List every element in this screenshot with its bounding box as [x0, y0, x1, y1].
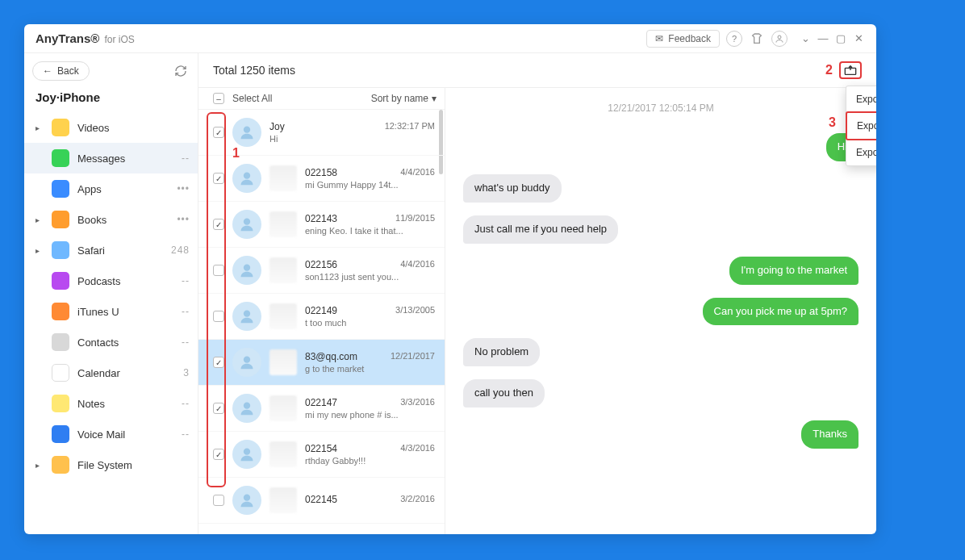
conversation-list: – Select All Sort by name ▾ Joy12:32:17 … [198, 88, 445, 534]
redacted-block [269, 487, 297, 513]
conversation-row[interactable]: 0221584/4/2016mi Gummy Happy 14t... [198, 156, 445, 202]
app-icon [52, 303, 69, 320]
conversation-date: 4/4/2016 [400, 167, 435, 178]
conversation-row[interactable]: 0221473/3/2016mi my new phone # is... [198, 386, 445, 432]
conversation-checkbox[interactable] [213, 311, 224, 322]
avatar-icon [232, 164, 261, 193]
conversation-checkbox[interactable] [213, 265, 224, 276]
sidebar-item-badge: ••• [177, 214, 190, 225]
sidebar-item-podcasts[interactable]: Podcasts-- [24, 265, 198, 296]
app-icon [52, 180, 69, 198]
avatar-icon [232, 394, 261, 423]
conversation-name: 022156 [305, 259, 337, 270]
conversation-checkbox[interactable] [213, 495, 224, 506]
message-incoming: No problem [463, 338, 540, 366]
sidebar-item-messages[interactable]: Messages-- [24, 143, 198, 173]
conversation-row[interactable]: 0221544/3/2016rthday Gabby!!! [198, 432, 445, 478]
sidebar-item-badge: 248 [171, 244, 190, 256]
conversation-scroll[interactable]: Joy12:32:17 PMHi0221584/4/2016mi Gummy H… [198, 110, 445, 534]
app-icon [52, 119, 69, 136]
avatar-icon [232, 256, 261, 285]
message-incoming: Just call me if you need help [463, 215, 618, 244]
sidebar-item-voice-mail[interactable]: Voice Mail-- [24, 419, 198, 449]
caret-icon: ▸ [36, 215, 44, 224]
conversation-checkbox[interactable] [213, 357, 224, 368]
redacted-block [269, 349, 297, 375]
sidebar: ← Back Joy·iPhone ▸VideosMessages--Apps•… [24, 53, 198, 534]
avatar-icon [232, 118, 261, 147]
dropdown-icon[interactable]: ⌄ [799, 32, 812, 45]
account-icon[interactable] [771, 31, 787, 47]
sidebar-item-videos[interactable]: ▸Videos [24, 112, 198, 143]
theme-icon[interactable] [749, 31, 765, 47]
message-outgoing: I'm going to the market [729, 257, 858, 285]
conversation-date: 4/4/2016 [400, 259, 435, 270]
conversation-row[interactable]: Joy12:32:17 PMHi [198, 110, 445, 156]
message-incoming: what's up buddy [463, 174, 562, 203]
help-icon[interactable]: ? [726, 31, 742, 47]
conversation-row[interactable]: 0221453/2/2016 [198, 478, 445, 524]
sidebar-item-badge: -- [182, 153, 190, 164]
avatar-icon [232, 486, 261, 515]
export-menu-item[interactable]: Export as .pdf format [846, 140, 876, 165]
message-row: Just call me if you need help [463, 215, 858, 244]
sidebar-item-badge: 3 [183, 367, 190, 378]
back-button[interactable]: ← Back [32, 61, 90, 81]
sidebar-item-calendar[interactable]: Calendar3 [24, 357, 198, 388]
message-row: call you then [463, 379, 858, 407]
svg-point-7 [244, 357, 250, 363]
sidebar-item-label: Messages [77, 153, 173, 165]
select-all-checkbox[interactable]: – [213, 93, 224, 104]
sidebar-item-itunes-u[interactable]: iTunes U-- [24, 296, 198, 327]
conversation-checkbox[interactable] [213, 173, 224, 184]
sidebar-item-books[interactable]: ▸Books••• [24, 204, 198, 235]
export-menu: 3 Export as .txt formatExport as .html f… [846, 86, 876, 166]
caret-icon: ▸ [36, 246, 44, 255]
conversation-row[interactable]: 02214311/9/2015ening Keo. I take it that… [198, 202, 445, 248]
back-label: Back [57, 65, 79, 77]
sidebar-item-safari[interactable]: ▸Safari248 [24, 235, 198, 265]
svg-point-8 [244, 403, 250, 409]
app-icon [52, 272, 69, 290]
redacted-block [269, 165, 297, 191]
annotation-2: 2 [825, 63, 833, 77]
sort-dropdown[interactable]: Sort by name ▾ [371, 93, 437, 104]
conversation-row[interactable]: 0221493/13/2005t too much [198, 294, 445, 340]
sidebar-item-notes[interactable]: Notes-- [24, 388, 198, 419]
app-icon [52, 211, 69, 228]
conversation-checkbox[interactable] [213, 127, 224, 138]
main-panel: Total 1250 items 2 – Select All [198, 53, 876, 534]
device-name: Joy·iPhone [24, 87, 198, 112]
feedback-button[interactable]: ✉ Feedback [646, 30, 720, 48]
export-menu-item[interactable]: Export as .txt format [846, 86, 876, 112]
message-row: Thanks [463, 420, 858, 449]
conversation-list-header: – Select All Sort by name ▾ [198, 88, 445, 110]
sidebar-item-label: Contacts [77, 336, 173, 349]
conversation-row[interactable]: 0221564/4/2016son1123 just sent you... [198, 248, 445, 294]
chevron-down-icon: ▾ [432, 93, 437, 104]
conversation-date: 4/3/2016 [400, 443, 435, 454]
export-menu-item[interactable]: Export as .html format [846, 111, 876, 140]
sidebar-item-badge: ••• [177, 183, 190, 194]
sidebar-item-file-system[interactable]: ▸File System [24, 449, 198, 480]
conversation-preview: mi my new phone # is... [305, 410, 435, 420]
message-row: I'm going to the market [463, 257, 858, 285]
sidebar-item-label: File System [77, 459, 182, 471]
nav-list: ▸VideosMessages--Apps•••▸Books•••▸Safari… [24, 112, 198, 534]
sidebar-item-apps[interactable]: Apps••• [24, 173, 198, 204]
export-button[interactable] [839, 61, 862, 79]
conversation-checkbox[interactable] [213, 219, 224, 230]
maximize-button[interactable]: ▢ [834, 32, 847, 45]
app-icon [52, 149, 69, 167]
refresh-button[interactable] [172, 62, 190, 80]
sidebar-item-contacts[interactable]: Contacts-- [24, 327, 198, 357]
redacted-block [269, 303, 297, 329]
conversation-checkbox[interactable] [213, 449, 224, 460]
close-button[interactable]: ✕ [852, 32, 865, 45]
minimize-button[interactable]: — [817, 32, 829, 45]
conversation-checkbox[interactable] [213, 403, 224, 414]
conversation-preview: Hi [269, 134, 435, 144]
app-icon [52, 333, 69, 351]
conversation-date: 12:32:17 PM [385, 121, 435, 132]
conversation-row[interactable]: 83@qq.com12/21/2017g to the market [198, 340, 445, 386]
